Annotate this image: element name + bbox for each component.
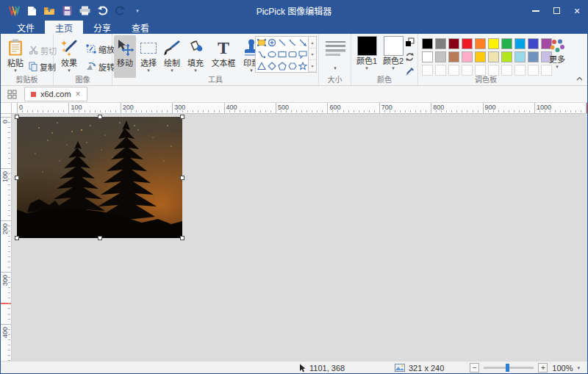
resize-handle-top-center[interactable] xyxy=(98,115,102,119)
resize-handle-top-right[interactable] xyxy=(180,115,184,119)
gallery-more-button[interactable]: ▾ xyxy=(309,60,316,72)
ruler-tick xyxy=(405,110,406,112)
resize-handle-bottom-right[interactable] xyxy=(180,236,184,240)
palette-swatch[interactable] xyxy=(462,51,473,62)
maximize-button[interactable] xyxy=(546,1,567,21)
palette-swatch[interactable] xyxy=(448,38,459,49)
shape-triangle[interactable] xyxy=(257,60,267,72)
effects-button[interactable]: 效果 ▾ xyxy=(57,35,82,78)
palette-group-label: 调色板 xyxy=(418,73,553,84)
minimize-icon xyxy=(532,10,539,12)
resize-handle-top-left[interactable] xyxy=(15,115,19,119)
shape-filled-rectangle[interactable] xyxy=(257,37,267,48)
palette-swatch[interactable] xyxy=(462,38,473,49)
zoom-out-button[interactable]: − xyxy=(470,363,479,373)
shape-curve[interactable] xyxy=(257,48,267,60)
undo-button[interactable] xyxy=(93,2,111,20)
group-tools: 移动 选择 ▾ 绘制 ▾ 填充 ▾ xyxy=(112,34,319,85)
palette-swatch[interactable] xyxy=(528,38,539,49)
open-file-button[interactable] xyxy=(40,2,58,20)
new-file-button[interactable] xyxy=(23,2,40,20)
shape-diamond[interactable] xyxy=(267,60,277,72)
paste-button[interactable]: 粘贴 ▾ xyxy=(4,35,27,78)
image-size-icon xyxy=(395,364,405,372)
gallery-scroll-down-button[interactable]: ▾ xyxy=(309,48,316,60)
zoom-dropdown-caret-icon[interactable]: ▾ xyxy=(577,365,580,371)
shape-rectangle[interactable] xyxy=(277,48,287,60)
gallery-scroll-up-button[interactable]: ▴ xyxy=(309,37,316,48)
zoom-slider[interactable] xyxy=(484,367,534,369)
shape-ellipse[interactable] xyxy=(267,48,277,60)
draw-tool-button[interactable]: 绘制 ▾ xyxy=(161,35,183,78)
resize-handle-bottom-center[interactable] xyxy=(98,236,102,240)
ruler-tick xyxy=(426,110,426,112)
line-size-button[interactable]: ▾ xyxy=(323,35,348,78)
document-tab-close-icon[interactable]: × xyxy=(76,90,81,98)
palette-swatch[interactable] xyxy=(514,51,526,62)
palette-swatch[interactable] xyxy=(448,51,459,62)
shape-arrow-line[interactable] xyxy=(298,37,308,48)
shape-star[interactable] xyxy=(298,60,308,72)
palette-swatch[interactable] xyxy=(501,38,512,49)
palette-swatch[interactable] xyxy=(435,38,446,49)
color1-button[interactable]: 颜色1 ▾ xyxy=(354,36,379,71)
resize-handle-middle-right[interactable] xyxy=(180,176,184,180)
collapse-ribbon-button[interactable] xyxy=(574,74,584,83)
save-button[interactable] xyxy=(58,2,76,20)
shape-pentagon[interactable] xyxy=(277,60,287,72)
zoom-slider-thumb[interactable] xyxy=(506,364,509,372)
dropdown-caret-icon: ▾ xyxy=(147,68,150,73)
tab-view[interactable]: 查看 xyxy=(121,21,159,34)
copy-button[interactable]: 复制 xyxy=(27,60,57,73)
ruler-tick xyxy=(8,241,10,242)
palette-swatch[interactable] xyxy=(422,38,433,49)
image-size-value: 321 x 240 xyxy=(409,364,444,373)
print-button[interactable] xyxy=(76,2,93,20)
color2-button[interactable]: 颜色2 ▾ xyxy=(381,36,406,71)
tab-file[interactable]: 文件 xyxy=(7,21,45,34)
shape-callout[interactable] xyxy=(298,48,308,60)
palette-swatch[interactable] xyxy=(488,38,499,49)
customize-quick-access-icon[interactable]: ▾ xyxy=(129,2,146,20)
ruler-tick xyxy=(8,173,10,174)
palette-swatch[interactable] xyxy=(488,51,499,62)
document-modified-icon xyxy=(31,92,36,97)
document-tab[interactable]: x6d.com × xyxy=(24,87,87,101)
window-title: PicPick 图像编辑器 xyxy=(257,4,332,17)
fill-tool-button[interactable]: 填充 ▾ xyxy=(184,35,207,78)
swap-colors-button[interactable] xyxy=(404,37,415,48)
shape-hexagon[interactable] xyxy=(287,60,298,72)
window-list-button[interactable] xyxy=(4,87,20,101)
palette-swatch[interactable] xyxy=(435,51,446,62)
resize-handle-bottom-left[interactable] xyxy=(15,236,19,240)
shape-polyline[interactable] xyxy=(287,37,298,48)
tab-share[interactable]: 分享 xyxy=(83,21,121,34)
more-colors-button[interactable]: 更多 ▾ xyxy=(545,36,570,77)
select-tool-button[interactable]: 选择 ▾ xyxy=(137,35,159,78)
tab-home[interactable]: 主页 xyxy=(45,21,83,34)
ruler-tick xyxy=(379,103,380,113)
reset-colors-button[interactable] xyxy=(404,51,415,62)
minimize-button[interactable] xyxy=(526,1,546,21)
palette-swatch[interactable] xyxy=(475,51,486,62)
zoom-in-button[interactable]: + xyxy=(538,363,548,373)
textbox-tool-button[interactable]: T 文本框 xyxy=(208,35,239,78)
shape-zoom-region[interactable] xyxy=(267,37,277,48)
redo-button[interactable] xyxy=(111,2,129,20)
palette-swatch[interactable] xyxy=(528,51,539,62)
move-tool-button[interactable]: 移动 xyxy=(114,35,136,78)
ruler-tick xyxy=(167,110,168,112)
shape-line[interactable] xyxy=(277,37,287,48)
canvas-image[interactable] xyxy=(17,117,182,238)
palette-swatch[interactable] xyxy=(475,38,486,49)
ruler-tick xyxy=(1,324,11,325)
palette-swatch[interactable] xyxy=(501,51,512,62)
resize-handle-middle-left[interactable] xyxy=(15,176,19,180)
canvas-area[interactable] xyxy=(12,114,587,361)
palette-swatch[interactable] xyxy=(514,38,526,49)
shape-rounded-rectangle[interactable] xyxy=(287,48,298,60)
palette-swatch[interactable] xyxy=(422,51,433,62)
ruler-tick xyxy=(95,110,96,112)
close-button[interactable]: × xyxy=(567,1,587,21)
palette-row-1 xyxy=(422,38,552,49)
